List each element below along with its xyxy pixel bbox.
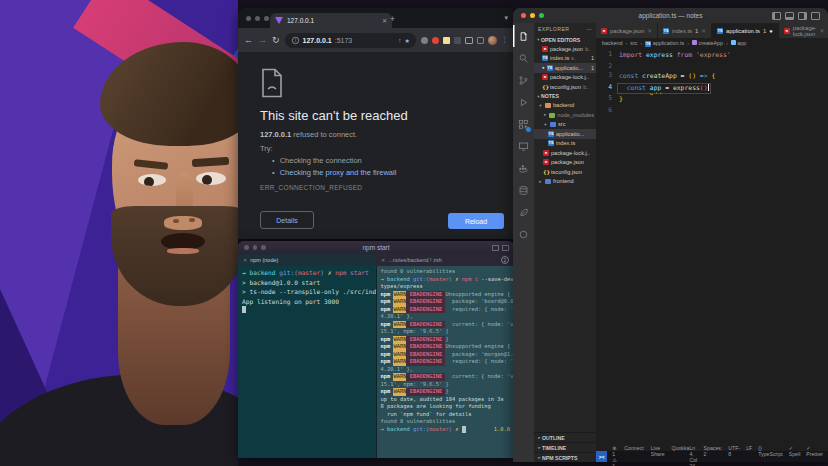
activity-icon-docker[interactable] <box>513 157 534 179</box>
tree-item[interactable]: TSapplicatio... <box>534 129 596 139</box>
status-item[interactable]: LF <box>746 445 752 466</box>
terminal-pane-left[interactable]: → backend git:(master) ✗ npm start> back… <box>238 266 376 458</box>
status-item[interactable]: ⊗ 1 ⚠ 1 <box>612 445 617 466</box>
item-label: tsconfig.json <box>551 169 582 175</box>
remote-indicator[interactable]: >< <box>596 451 607 462</box>
side-panel-icon[interactable] <box>465 37 473 44</box>
editor-tab[interactable]: TSindex.ts1✕ <box>658 23 712 38</box>
layout-toggle-icons[interactable] <box>772 12 820 20</box>
close-icon[interactable]: ✕ <box>701 28 706 34</box>
code-editor[interactable]: 1import express from 'express'23const cr… <box>596 48 828 451</box>
window-controls[interactable] <box>521 13 544 18</box>
status-item[interactable]: Ln 4, Col 24 <box>689 445 697 466</box>
details-button[interactable]: Details <box>260 211 314 229</box>
open-editor-item[interactable]: npackage-lock.j.. <box>534 73 596 83</box>
terminal-tab[interactable]: ✕npm (node) <box>238 254 376 266</box>
editor-tab[interactable]: npackage.json✕ <box>596 23 658 38</box>
breadcrumb-item[interactable]: createApp <box>692 40 723 46</box>
status-item[interactable]: Connect <box>624 445 643 466</box>
suggestion-text[interactable]: Checking the proxy and the firewall <box>280 167 397 179</box>
close-tab-icon[interactable]: ✕ <box>382 17 387 24</box>
window-controls[interactable] <box>246 16 269 21</box>
close-icon[interactable]: ✕ <box>820 28 825 34</box>
bookmark-star-icon[interactable]: ★ <box>405 37 410 44</box>
reload-icon[interactable]: ↻ <box>272 35 280 45</box>
terminal-tab[interactable]: ✕...notes/backend ! zsh2 <box>376 254 514 266</box>
activity-icon-remote-explorer[interactable] <box>513 135 534 157</box>
breadcrumb-item[interactable]: backend <box>602 40 622 46</box>
profile-avatar[interactable] <box>488 36 497 45</box>
forward-button[interactable]: → <box>258 35 267 45</box>
terminal-text: npm <box>381 306 394 314</box>
pin-extension-icon[interactable] <box>454 37 461 44</box>
activity-icon-search[interactable] <box>513 47 534 69</box>
tree-item[interactable]: {}tsconfig.json <box>534 167 596 177</box>
open-editors-section[interactable]: ▾OPEN EDITORS <box>534 35 596 44</box>
workspace-root-section[interactable]: ▾NOTES <box>534 92 596 101</box>
code-line[interactable]: 5} <box>596 94 828 106</box>
sidebar-section-timeline[interactable]: ▸TIMELINE <box>534 442 596 452</box>
tree-item[interactable]: ▾backend <box>534 101 596 111</box>
terminal-text: git:( <box>279 268 298 278</box>
status-item[interactable]: UTF-8 <box>728 445 740 466</box>
close-icon[interactable]: ✕ <box>381 257 385 263</box>
open-editor-item[interactable]: {}tsconfig.jsonb.. <box>534 82 596 92</box>
record-extension-icon[interactable] <box>432 37 439 44</box>
activity-icon-explorer[interactable] <box>513 25 534 47</box>
browser-menu-icon[interactable]: ⋮ <box>501 36 508 44</box>
browser-tab-title: 127.0.0.1 <box>287 17 314 24</box>
line-number: 5 <box>596 94 617 106</box>
reload-button[interactable]: Reload <box>448 213 504 229</box>
status-item[interactable]: Spaces: 2 <box>704 445 723 466</box>
status-item[interactable]: ✓ Prettier <box>806 445 823 466</box>
back-button[interactable]: ← <box>244 35 253 45</box>
open-editor-item[interactable]: TSindex.tss..1 <box>534 54 596 64</box>
activity-icon-testing[interactable] <box>513 201 534 223</box>
tree-item[interactable]: ▾src <box>534 120 596 130</box>
code-line[interactable]: 6 <box>596 106 828 116</box>
new-tab-button[interactable]: + <box>390 15 395 24</box>
tab-search-icon[interactable]: ▾ <box>504 14 508 22</box>
tree-item[interactable]: npackage.json <box>534 158 596 168</box>
close-icon[interactable]: ✕ <box>647 28 652 34</box>
more-actions-icon[interactable]: ⋯ <box>586 26 592 32</box>
tree-item[interactable]: ▸node_modules <box>534 110 596 120</box>
activity-icon-run-debug[interactable] <box>513 91 534 113</box>
status-item[interactable]: Live Share <box>651 445 665 466</box>
notes-extension-icon[interactable] <box>443 37 450 44</box>
code-line[interactable]: 1import express from 'express' <box>596 50 828 62</box>
open-editor-item[interactable]: npackage.jsonb.. <box>534 44 596 54</box>
share-icon[interactable]: ↑ <box>398 37 402 44</box>
breadcrumb-item[interactable]: src <box>630 40 637 46</box>
breadcrumb-item[interactable]: TS application.ts <box>645 40 684 47</box>
site-info-icon[interactable]: i <box>291 36 298 43</box>
breadcrumb-item[interactable]: app <box>731 40 747 46</box>
activity-icon-extensions[interactable] <box>513 113 534 135</box>
address-bar[interactable]: i 127.0.0.1:5173 ↑ ★ <box>285 33 416 48</box>
activity-icon-database[interactable] <box>513 179 534 201</box>
window-controls[interactable] <box>244 245 266 250</box>
terminal-pane-right[interactable]: found 0 vulnerabilities→ backend git:(ma… <box>376 266 515 458</box>
activity-icon-source-control[interactable] <box>513 69 534 91</box>
tree-item[interactable]: ▸frontend <box>534 177 596 187</box>
sidebar-section-npm-scripts[interactable]: ▸NPM SCRIPTS <box>534 452 596 462</box>
editor-tab[interactable]: npackage-lock.json✕ <box>779 23 828 38</box>
activity-icon-settings-circle[interactable] <box>513 223 534 245</box>
sidebar-section-outline[interactable]: ▸OUTLINE <box>534 432 596 442</box>
status-item[interactable]: {} TypeScript <box>758 445 783 466</box>
terminal-text: 15.1', npm: '9.6.5' } <box>381 328 449 336</box>
breadcrumb[interactable]: backend›src›TS application.ts› createApp… <box>596 38 828 48</box>
extension-icon[interactable] <box>477 37 484 44</box>
status-item[interactable]: Quokka <box>672 445 690 466</box>
code-line[interactable]: 3const createApp = () => { <box>596 71 828 83</box>
browser-tab[interactable]: 127.0.0.1 ✕ <box>270 13 392 28</box>
tree-item[interactable]: TSindex.ts <box>534 139 596 149</box>
code-line[interactable]: 2 <box>596 62 828 72</box>
open-editor-item[interactable]: ●TSapplicatio...1 <box>534 63 596 73</box>
code-line[interactable]: 4 const app = express() <box>596 83 828 95</box>
editor-tab[interactable]: TSapplication.ts1● <box>712 23 779 38</box>
tree-item[interactable]: npackage-lock.j.. <box>534 148 596 158</box>
status-item[interactable]: ✓ Spell <box>789 445 801 466</box>
close-icon[interactable]: ✕ <box>243 257 247 263</box>
extension-icon[interactable] <box>421 37 428 44</box>
